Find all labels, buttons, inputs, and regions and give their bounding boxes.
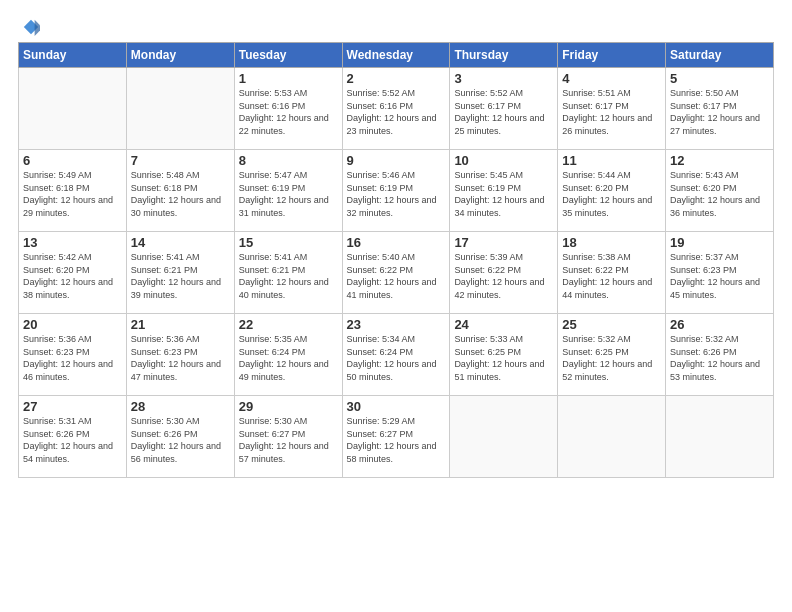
calendar-day-cell: 4Sunrise: 5:51 AM Sunset: 6:17 PM Daylig… (558, 68, 666, 150)
day-info: Sunrise: 5:41 AM Sunset: 6:21 PM Dayligh… (239, 251, 338, 301)
day-info: Sunrise: 5:39 AM Sunset: 6:22 PM Dayligh… (454, 251, 553, 301)
calendar-day-cell: 3Sunrise: 5:52 AM Sunset: 6:17 PM Daylig… (450, 68, 558, 150)
calendar-day-cell: 28Sunrise: 5:30 AM Sunset: 6:26 PM Dayli… (126, 396, 234, 478)
day-info: Sunrise: 5:51 AM Sunset: 6:17 PM Dayligh… (562, 87, 661, 137)
day-info: Sunrise: 5:53 AM Sunset: 6:16 PM Dayligh… (239, 87, 338, 137)
logo-icon (22, 18, 40, 36)
day-number: 19 (670, 235, 769, 250)
calendar-day-cell (450, 396, 558, 478)
day-info: Sunrise: 5:48 AM Sunset: 6:18 PM Dayligh… (131, 169, 230, 219)
day-number: 11 (562, 153, 661, 168)
calendar-week-row: 27Sunrise: 5:31 AM Sunset: 6:26 PM Dayli… (19, 396, 774, 478)
svg-marker-1 (35, 20, 40, 36)
calendar-day-cell (126, 68, 234, 150)
day-info: Sunrise: 5:43 AM Sunset: 6:20 PM Dayligh… (670, 169, 769, 219)
day-number: 15 (239, 235, 338, 250)
day-number: 13 (23, 235, 122, 250)
calendar-day-cell: 5Sunrise: 5:50 AM Sunset: 6:17 PM Daylig… (666, 68, 774, 150)
calendar-day-cell: 15Sunrise: 5:41 AM Sunset: 6:21 PM Dayli… (234, 232, 342, 314)
day-info: Sunrise: 5:44 AM Sunset: 6:20 PM Dayligh… (562, 169, 661, 219)
day-info: Sunrise: 5:47 AM Sunset: 6:19 PM Dayligh… (239, 169, 338, 219)
calendar-day-cell: 14Sunrise: 5:41 AM Sunset: 6:21 PM Dayli… (126, 232, 234, 314)
weekday-header-cell: Saturday (666, 43, 774, 68)
day-number: 8 (239, 153, 338, 168)
calendar-day-cell: 29Sunrise: 5:30 AM Sunset: 6:27 PM Dayli… (234, 396, 342, 478)
day-info: Sunrise: 5:32 AM Sunset: 6:25 PM Dayligh… (562, 333, 661, 383)
calendar-day-cell: 21Sunrise: 5:36 AM Sunset: 6:23 PM Dayli… (126, 314, 234, 396)
day-number: 2 (347, 71, 446, 86)
day-number: 10 (454, 153, 553, 168)
weekday-header-cell: Tuesday (234, 43, 342, 68)
day-info: Sunrise: 5:31 AM Sunset: 6:26 PM Dayligh… (23, 415, 122, 465)
weekday-header-cell: Wednesday (342, 43, 450, 68)
day-number: 23 (347, 317, 446, 332)
calendar-day-cell: 26Sunrise: 5:32 AM Sunset: 6:26 PM Dayli… (666, 314, 774, 396)
day-number: 25 (562, 317, 661, 332)
day-info: Sunrise: 5:38 AM Sunset: 6:22 PM Dayligh… (562, 251, 661, 301)
calendar-day-cell: 20Sunrise: 5:36 AM Sunset: 6:23 PM Dayli… (19, 314, 127, 396)
calendar-day-cell: 12Sunrise: 5:43 AM Sunset: 6:20 PM Dayli… (666, 150, 774, 232)
calendar-day-cell: 10Sunrise: 5:45 AM Sunset: 6:19 PM Dayli… (450, 150, 558, 232)
day-number: 7 (131, 153, 230, 168)
calendar-day-cell: 27Sunrise: 5:31 AM Sunset: 6:26 PM Dayli… (19, 396, 127, 478)
day-number: 17 (454, 235, 553, 250)
day-info: Sunrise: 5:36 AM Sunset: 6:23 PM Dayligh… (131, 333, 230, 383)
day-number: 29 (239, 399, 338, 414)
calendar-day-cell: 9Sunrise: 5:46 AM Sunset: 6:19 PM Daylig… (342, 150, 450, 232)
day-info: Sunrise: 5:35 AM Sunset: 6:24 PM Dayligh… (239, 333, 338, 383)
day-number: 1 (239, 71, 338, 86)
day-info: Sunrise: 5:33 AM Sunset: 6:25 PM Dayligh… (454, 333, 553, 383)
calendar-day-cell (19, 68, 127, 150)
weekday-header-cell: Friday (558, 43, 666, 68)
day-info: Sunrise: 5:42 AM Sunset: 6:20 PM Dayligh… (23, 251, 122, 301)
day-number: 3 (454, 71, 553, 86)
day-number: 26 (670, 317, 769, 332)
day-info: Sunrise: 5:41 AM Sunset: 6:21 PM Dayligh… (131, 251, 230, 301)
day-info: Sunrise: 5:45 AM Sunset: 6:19 PM Dayligh… (454, 169, 553, 219)
calendar-day-cell: 23Sunrise: 5:34 AM Sunset: 6:24 PM Dayli… (342, 314, 450, 396)
day-number: 24 (454, 317, 553, 332)
day-number: 4 (562, 71, 661, 86)
calendar-day-cell: 13Sunrise: 5:42 AM Sunset: 6:20 PM Dayli… (19, 232, 127, 314)
calendar-day-cell: 7Sunrise: 5:48 AM Sunset: 6:18 PM Daylig… (126, 150, 234, 232)
calendar-week-row: 6Sunrise: 5:49 AM Sunset: 6:18 PM Daylig… (19, 150, 774, 232)
day-number: 12 (670, 153, 769, 168)
day-number: 5 (670, 71, 769, 86)
day-info: Sunrise: 5:49 AM Sunset: 6:18 PM Dayligh… (23, 169, 122, 219)
day-info: Sunrise: 5:37 AM Sunset: 6:23 PM Dayligh… (670, 251, 769, 301)
calendar-body: 1Sunrise: 5:53 AM Sunset: 6:16 PM Daylig… (19, 68, 774, 478)
day-number: 22 (239, 317, 338, 332)
calendar-day-cell: 25Sunrise: 5:32 AM Sunset: 6:25 PM Dayli… (558, 314, 666, 396)
weekday-header-cell: Thursday (450, 43, 558, 68)
day-info: Sunrise: 5:30 AM Sunset: 6:27 PM Dayligh… (239, 415, 338, 465)
day-info: Sunrise: 5:46 AM Sunset: 6:19 PM Dayligh… (347, 169, 446, 219)
calendar-day-cell: 22Sunrise: 5:35 AM Sunset: 6:24 PM Dayli… (234, 314, 342, 396)
weekday-header-cell: Sunday (19, 43, 127, 68)
calendar-week-row: 13Sunrise: 5:42 AM Sunset: 6:20 PM Dayli… (19, 232, 774, 314)
day-number: 20 (23, 317, 122, 332)
calendar-day-cell: 17Sunrise: 5:39 AM Sunset: 6:22 PM Dayli… (450, 232, 558, 314)
calendar-day-cell: 18Sunrise: 5:38 AM Sunset: 6:22 PM Dayli… (558, 232, 666, 314)
calendar-day-cell (558, 396, 666, 478)
day-info: Sunrise: 5:32 AM Sunset: 6:26 PM Dayligh… (670, 333, 769, 383)
weekday-header-cell: Monday (126, 43, 234, 68)
calendar-week-row: 1Sunrise: 5:53 AM Sunset: 6:16 PM Daylig… (19, 68, 774, 150)
day-info: Sunrise: 5:40 AM Sunset: 6:22 PM Dayligh… (347, 251, 446, 301)
day-info: Sunrise: 5:52 AM Sunset: 6:16 PM Dayligh… (347, 87, 446, 137)
calendar-day-cell: 6Sunrise: 5:49 AM Sunset: 6:18 PM Daylig… (19, 150, 127, 232)
day-info: Sunrise: 5:30 AM Sunset: 6:26 PM Dayligh… (131, 415, 230, 465)
calendar-week-row: 20Sunrise: 5:36 AM Sunset: 6:23 PM Dayli… (19, 314, 774, 396)
calendar-day-cell: 19Sunrise: 5:37 AM Sunset: 6:23 PM Dayli… (666, 232, 774, 314)
weekday-header-row: SundayMondayTuesdayWednesdayThursdayFrid… (19, 43, 774, 68)
calendar-day-cell: 24Sunrise: 5:33 AM Sunset: 6:25 PM Dayli… (450, 314, 558, 396)
calendar-day-cell: 30Sunrise: 5:29 AM Sunset: 6:27 PM Dayli… (342, 396, 450, 478)
header (18, 18, 774, 36)
day-number: 28 (131, 399, 230, 414)
day-number: 9 (347, 153, 446, 168)
day-info: Sunrise: 5:52 AM Sunset: 6:17 PM Dayligh… (454, 87, 553, 137)
day-number: 6 (23, 153, 122, 168)
logo (18, 18, 40, 36)
calendar-day-cell: 16Sunrise: 5:40 AM Sunset: 6:22 PM Dayli… (342, 232, 450, 314)
day-number: 18 (562, 235, 661, 250)
day-info: Sunrise: 5:34 AM Sunset: 6:24 PM Dayligh… (347, 333, 446, 383)
